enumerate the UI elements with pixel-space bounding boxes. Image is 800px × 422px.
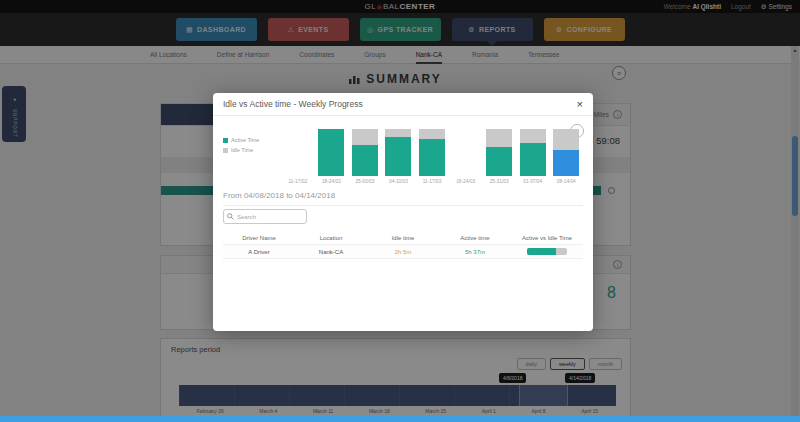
bar-18-24-02[interactable]: 18-24/02 [315, 129, 349, 184]
bar-label: 04-10/03 [389, 179, 408, 184]
bar-01-07-04[interactable]: 01-07/04 [516, 129, 550, 184]
bar-label: 25-03/03 [355, 179, 374, 184]
bar-label: 25-31/03 [490, 179, 509, 184]
stacked-bar [419, 129, 445, 176]
idle-vs-active-modal: Idle vs Active time - Weekly Progress × … [213, 93, 593, 331]
stacked-bar [520, 129, 546, 176]
table-header-row: Driver NameLocationIdle timeActive timeA… [223, 231, 583, 244]
bar-08-14-04[interactable]: 08-14/04 [550, 129, 584, 184]
legend-item-idle-time: Idle Time [223, 147, 259, 153]
chart-bars: 11-17/0218-24/0225-03/0304-10/0311-17/03… [281, 129, 583, 184]
stacked-bar [385, 129, 411, 176]
bar-label: 18-24/03 [456, 179, 475, 184]
close-icon[interactable]: × [577, 99, 583, 110]
stacked-bar [486, 129, 512, 176]
legend-swatch [223, 138, 228, 143]
column-header-idle-time: Idle time [367, 235, 439, 241]
ratio-cell [511, 248, 583, 255]
modal-header: Idle vs Active time - Weekly Progress × [213, 93, 593, 116]
bar-04-10-03[interactable]: 04-10/03 [382, 129, 416, 184]
idle-segment [553, 129, 579, 150]
column-header-active-vs-idle-time: Active vs Idle Time [511, 235, 583, 241]
search-input[interactable] [237, 214, 301, 220]
active-segment [486, 147, 512, 176]
active-segment [385, 137, 411, 176]
column-header-active-time: Active time [439, 235, 511, 241]
bar-label: 01-07/04 [523, 179, 542, 184]
bar-25-31-03[interactable]: 25-31/03 [482, 129, 516, 184]
active-fill [527, 248, 556, 255]
idle-segment [385, 129, 411, 137]
active-segment [419, 139, 445, 176]
active-time-cell: 5h 37m [439, 249, 511, 255]
legend-item-active-time: Active Time [223, 137, 259, 143]
legend-label: Idle Time [231, 147, 253, 153]
bar-label: 11-17/03 [423, 179, 442, 184]
bar-11-17-03[interactable]: 11-17/03 [415, 129, 449, 184]
column-header-location: Location [295, 235, 367, 241]
chart-legend: Active TimeIdle Time [223, 137, 259, 153]
bar-label: 18-24/02 [322, 179, 341, 184]
stacked-bar [318, 129, 344, 176]
table-body: A DriverNank-CA2h 5m5h 37m [223, 244, 583, 259]
idle-segment [352, 129, 378, 145]
date-range-heading: From 04/08/2018 to 04/14/2018 [223, 191, 583, 206]
app-root: GL◉BALCENTER Welcome Al Qlishti Logout ⚙… [0, 0, 800, 422]
bar-18-24-03[interactable]: 18-24/03 [449, 129, 483, 184]
location-cell: Nank-CA [295, 249, 367, 255]
idle-segment [486, 129, 512, 147]
search-icon [227, 213, 234, 220]
active-segment [553, 150, 579, 176]
idle-time-cell: 2h 5m [367, 249, 439, 255]
active-vs-idle-bar [527, 248, 567, 255]
idle-segment [419, 129, 445, 139]
idle-segment [520, 129, 546, 143]
column-header-driver-name: Driver Name [223, 235, 295, 241]
stacked-bar [553, 129, 579, 176]
horizontal-scrollbar[interactable] [0, 416, 800, 422]
bar-label: 08-14/04 [557, 179, 576, 184]
legend-label: Active Time [231, 137, 259, 143]
stacked-bar [352, 129, 378, 176]
driver-name-cell: A Driver [223, 249, 295, 255]
active-segment [352, 145, 378, 176]
drivers-table: Driver NameLocationIdle timeActive timeA… [223, 231, 583, 259]
ratio-bar-wrap [511, 248, 583, 255]
bar-25-03-03[interactable]: 25-03/03 [348, 129, 382, 184]
modal-title: Idle vs Active time - Weekly Progress [223, 99, 363, 109]
table-row[interactable]: A DriverNank-CA2h 5m5h 37m [223, 244, 583, 259]
search-box [223, 209, 307, 224]
active-segment [520, 143, 546, 176]
weekly-progress-chart: Active TimeIdle Time 11-17/0218-24/0225-… [221, 129, 583, 189]
active-segment [318, 129, 344, 176]
bar-label: 11-17/02 [288, 179, 307, 184]
legend-swatch [223, 148, 228, 153]
bar-11-17-02[interactable]: 11-17/02 [281, 129, 315, 184]
